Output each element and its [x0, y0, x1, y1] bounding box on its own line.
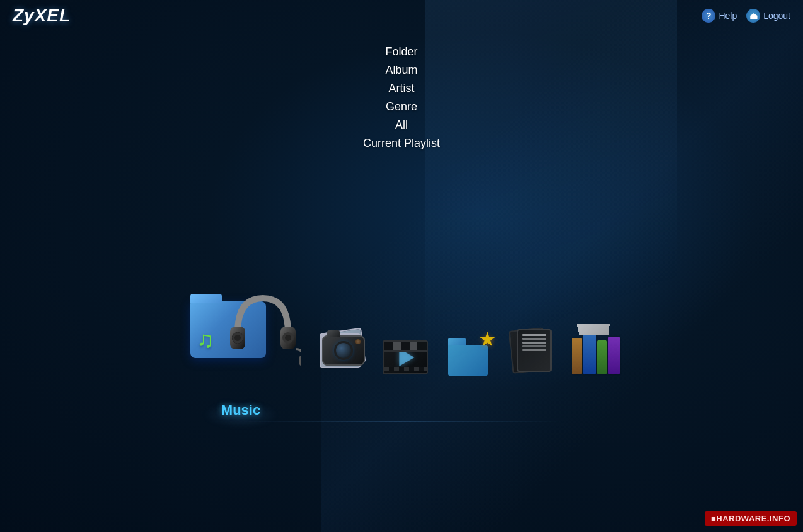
camera-icon — [316, 324, 373, 381]
books-app[interactable] — [569, 324, 625, 381]
nav-current-playlist[interactable]: Current Playlist — [350, 136, 453, 151]
header-actions: ? Help ⏏ Logout — [702, 9, 790, 23]
help-icon: ? — [702, 9, 715, 23]
nav-menu: Folder Album Artist Genre All Current Pl… — [350, 44, 453, 151]
logout-label: Logout — [763, 11, 790, 21]
help-label: Help — [719, 11, 737, 21]
headphones-icon — [225, 289, 301, 371]
logout-button[interactable]: ⏏ Logout — [746, 9, 790, 23]
music-reflection — [203, 402, 279, 427]
music-note-icon: ♫ — [197, 327, 214, 353]
svg-point-6 — [285, 335, 291, 341]
music-icon: ♫ — [178, 282, 304, 408]
logout-icon: ⏏ — [746, 9, 760, 23]
star-folder-icon: ★ — [442, 324, 499, 381]
brand-logo: ZyXEL — [13, 6, 71, 26]
nav-genre[interactable]: Genre — [373, 99, 430, 115]
favorites-app[interactable]: ★ — [442, 324, 499, 381]
nav-artist[interactable]: Artist — [376, 81, 427, 96]
fav-icon-wrap: ★ — [444, 329, 498, 376]
apps-row: ♫ — [0, 282, 803, 419]
nav-album[interactable]: Album — [373, 62, 430, 78]
watermark-text: ■HARDWARE.INFO — [711, 514, 790, 523]
music-app[interactable]: ♫ — [178, 282, 304, 419]
video-app[interactable] — [379, 324, 436, 381]
documents-app[interactable] — [505, 324, 562, 381]
help-button[interactable]: ? Help — [702, 9, 737, 23]
film-clapper-icon — [383, 330, 433, 374]
star-icon: ★ — [478, 329, 497, 349]
camera-photos-bg — [320, 330, 370, 374]
glow-divider — [241, 421, 562, 422]
watermark: ■HARDWARE.INFO — [705, 511, 797, 526]
nav-all[interactable]: All — [383, 117, 420, 133]
header: ZyXEL ? Help ⏏ Logout — [0, 0, 803, 32]
svg-point-4 — [234, 335, 241, 341]
books-icon — [569, 324, 625, 381]
main-content: Folder Album Artist Genre All Current Pl… — [0, 32, 803, 532]
film-icon — [379, 324, 436, 381]
photo-app[interactable] — [316, 324, 373, 381]
nav-folder[interactable]: Folder — [373, 44, 430, 60]
doc-icon — [505, 324, 562, 381]
app-container: ♫ — [178, 282, 625, 419]
svg-rect-7 — [299, 356, 301, 366]
